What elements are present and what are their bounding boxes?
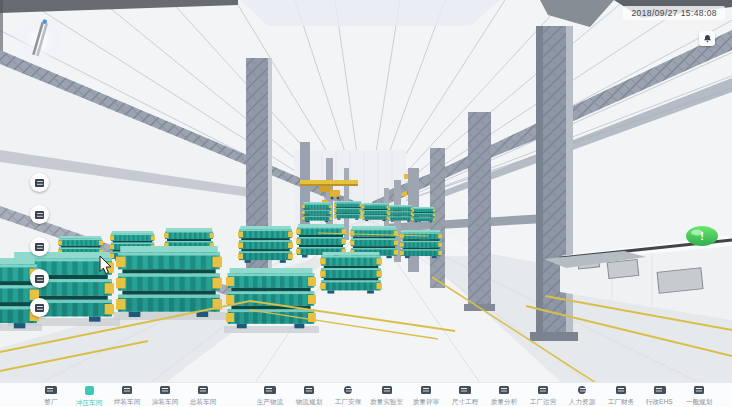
press-machine-icon <box>35 243 44 251</box>
briefcase-icon <box>616 386 626 394</box>
toolbar-item-dimensional-engineering[interactable]: 尺寸工程 <box>445 383 484 407</box>
module-nav-group: 生产物流 物流规划 工厂安保 质量实验室 质量评审 尺寸工程 质量分析 工厂运 <box>250 383 718 407</box>
die-stack[interactable] <box>362 203 389 221</box>
navigation-gizmo[interactable] <box>13 13 67 67</box>
toolbar-item-admin-ehs[interactable]: 行政EHS <box>640 383 679 407</box>
die-stack[interactable] <box>302 202 332 222</box>
document-icon <box>694 386 704 394</box>
toolbar-item-whole-plant[interactable]: 整厂 <box>32 383 70 407</box>
operations-chart-icon <box>538 386 548 394</box>
building-icon <box>654 386 666 394</box>
digital-factory-app: ! 2018/09/27 15:48:08 整厂 冲压车间 焊装车间 <box>0 0 732 407</box>
press-machine-icon <box>35 179 44 187</box>
die-stack[interactable] <box>334 201 362 220</box>
factory-icon <box>45 386 57 394</box>
welding-shop-icon <box>122 386 132 394</box>
toolbar-item-stamping-shop[interactable]: 冲压车间 <box>70 383 108 407</box>
press-machine-icon <box>35 211 44 219</box>
painting-shop-icon <box>160 386 170 394</box>
logistics-plan-icon <box>304 386 314 394</box>
toolbar-item-production-logistics[interactable]: 生产物流 <box>250 383 289 407</box>
truck-icon <box>264 386 276 394</box>
toolbar-item-logistics-planning[interactable]: 物流规划 <box>289 383 328 407</box>
toolbar-item-factory-operations[interactable]: 工厂运营 <box>523 383 562 407</box>
bottom-toolbar: 整厂 冲压车间 焊装车间 涂装车间 总装车间 生产物流 物流规划 <box>0 382 732 407</box>
toolbar-item-factory-finance[interactable]: 工厂财务 <box>601 383 640 407</box>
quality-analysis-icon <box>499 386 509 394</box>
notification-button[interactable] <box>699 31 715 46</box>
machine-hotspot-button[interactable] <box>30 237 49 256</box>
workshop-nav-group: 整厂 冲压车间 焊装车间 涂装车间 总装车间 <box>32 383 222 407</box>
alert-marker[interactable]: ! <box>686 226 718 246</box>
toolbar-item-quality-lab[interactable]: 质量实验室 <box>367 383 406 407</box>
die-stack[interactable] <box>388 205 413 222</box>
quality-review-icon <box>421 386 431 394</box>
press-machine-icon <box>35 304 44 312</box>
toolbar-item-general-planning[interactable]: 一般规划 <box>679 383 718 407</box>
toolbar-item-painting-shop[interactable]: 涂装车间 <box>146 383 184 407</box>
toolbar-item-quality-review[interactable]: 质量评审 <box>406 383 445 407</box>
machine-hotspot-button[interactable] <box>30 173 49 192</box>
press-machine-icon <box>35 275 44 283</box>
die-stack[interactable] <box>400 230 442 258</box>
machine-hotspot-button[interactable] <box>30 269 49 288</box>
bell-icon <box>702 33 713 44</box>
die-stack[interactable] <box>0 258 39 328</box>
machine-hotspot-button[interactable] <box>30 205 49 224</box>
die-stack[interactable] <box>226 268 316 328</box>
timestamp: 2018/09/27 15:48:08 <box>623 6 725 20</box>
die-stack[interactable] <box>320 252 382 294</box>
toolbar-item-assembly-shop[interactable]: 总装车间 <box>184 383 222 407</box>
toolbar-item-factory-security[interactable]: 工厂安保 <box>328 383 367 407</box>
toolbar-item-human-resources[interactable]: 人力资源 <box>562 383 601 407</box>
ruler-icon <box>459 386 471 394</box>
assembly-shop-icon <box>198 386 208 394</box>
person-icon <box>578 386 586 394</box>
toolbar-item-welding-shop[interactable]: 焊装车间 <box>108 383 146 407</box>
quality-lab-icon <box>382 386 392 394</box>
security-camera-icon <box>344 386 352 394</box>
die-stack[interactable] <box>238 226 293 263</box>
die-stack[interactable] <box>412 207 435 222</box>
skylight-band <box>240 0 500 26</box>
die-stack[interactable] <box>116 246 222 317</box>
machine-hotspot-button[interactable] <box>30 298 49 317</box>
factory-3d-viewport[interactable]: ! <box>0 0 732 383</box>
stamping-shop-icon <box>85 386 94 395</box>
svg-text:!: ! <box>700 230 704 242</box>
toolbar-item-quality-analysis[interactable]: 质量分析 <box>484 383 523 407</box>
